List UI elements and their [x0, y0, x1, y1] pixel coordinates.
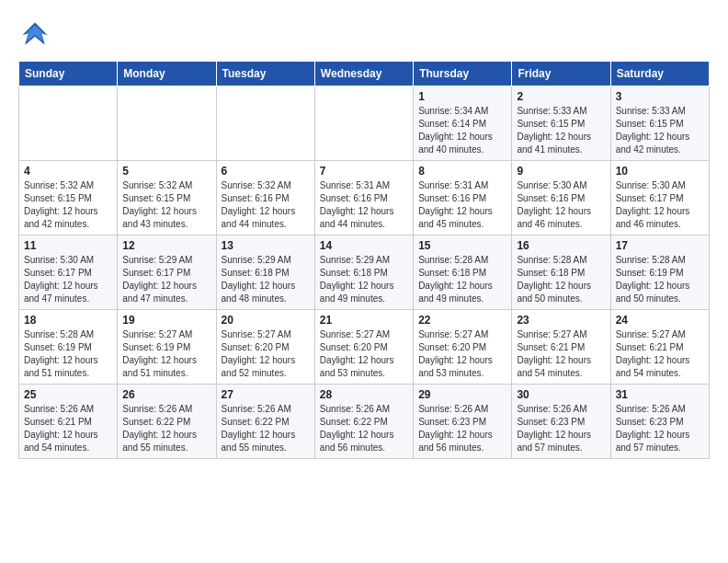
- day-info: Sunrise: 5:27 AMSunset: 6:21 PMDaylight:…: [616, 328, 704, 380]
- day-cell: 25Sunrise: 5:26 AMSunset: 6:21 PMDayligh…: [19, 385, 118, 459]
- day-info: Sunrise: 5:28 AMSunset: 6:18 PMDaylight:…: [517, 254, 605, 305]
- day-number: 28: [320, 388, 408, 401]
- page-header: [18, 18, 710, 52]
- day-number: 8: [418, 165, 506, 178]
- column-header-sunday: Sunday: [19, 62, 118, 86]
- day-cell: 31Sunrise: 5:26 AMSunset: 6:23 PMDayligh…: [610, 385, 709, 459]
- day-cell: 12Sunrise: 5:29 AMSunset: 6:17 PMDayligh…: [118, 236, 216, 310]
- day-cell: 22Sunrise: 5:27 AMSunset: 6:20 PMDayligh…: [414, 310, 512, 385]
- day-number: 26: [122, 388, 210, 401]
- logo: [18, 18, 57, 52]
- day-info: Sunrise: 5:30 AMSunset: 6:16 PMDaylight:…: [517, 179, 605, 231]
- day-cell: 11Sunrise: 5:30 AMSunset: 6:17 PMDayligh…: [19, 236, 118, 310]
- day-info: Sunrise: 5:26 AMSunset: 6:22 PMDaylight:…: [320, 403, 408, 454]
- logo-icon: [18, 18, 51, 52]
- day-cell: 20Sunrise: 5:27 AMSunset: 6:20 PMDayligh…: [216, 310, 314, 385]
- day-number: 21: [320, 314, 408, 327]
- day-cell: [118, 86, 216, 161]
- day-cell: 14Sunrise: 5:29 AMSunset: 6:18 PMDayligh…: [314, 236, 413, 310]
- day-number: 12: [122, 239, 210, 252]
- day-info: Sunrise: 5:29 AMSunset: 6:18 PMDaylight:…: [320, 254, 408, 305]
- day-info: Sunrise: 5:27 AMSunset: 6:21 PMDaylight:…: [517, 328, 605, 380]
- day-info: Sunrise: 5:33 AMSunset: 6:15 PMDaylight:…: [616, 105, 704, 156]
- calendar-table: SundayMondayTuesdayWednesdayThursdayFrid…: [18, 61, 710, 459]
- day-info: Sunrise: 5:28 AMSunset: 6:19 PMDaylight:…: [616, 254, 704, 305]
- day-info: Sunrise: 5:26 AMSunset: 6:22 PMDaylight:…: [122, 403, 210, 454]
- header-row: SundayMondayTuesdayWednesdayThursdayFrid…: [19, 62, 710, 86]
- day-info: Sunrise: 5:27 AMSunset: 6:19 PMDaylight:…: [122, 328, 210, 380]
- day-info: Sunrise: 5:32 AMSunset: 6:16 PMDaylight:…: [222, 179, 310, 231]
- column-header-friday: Friday: [512, 62, 610, 86]
- day-number: 30: [517, 388, 605, 401]
- day-info: Sunrise: 5:33 AMSunset: 6:15 PMDaylight:…: [517, 105, 605, 156]
- day-number: 23: [517, 314, 605, 327]
- week-row-5: 25Sunrise: 5:26 AMSunset: 6:21 PMDayligh…: [19, 385, 710, 459]
- week-row-1: 1Sunrise: 5:34 AMSunset: 6:14 PMDaylight…: [19, 86, 710, 161]
- day-info: Sunrise: 5:30 AMSunset: 6:17 PMDaylight:…: [24, 254, 112, 305]
- day-info: Sunrise: 5:32 AMSunset: 6:15 PMDaylight:…: [24, 179, 112, 231]
- day-cell: [216, 86, 314, 161]
- column-header-wednesday: Wednesday: [314, 62, 413, 86]
- day-info: Sunrise: 5:27 AMSunset: 6:20 PMDaylight:…: [418, 328, 506, 380]
- day-info: Sunrise: 5:26 AMSunset: 6:23 PMDaylight:…: [418, 403, 506, 454]
- day-cell: 23Sunrise: 5:27 AMSunset: 6:21 PMDayligh…: [512, 310, 610, 385]
- svg-marker-1: [24, 25, 45, 41]
- day-cell: 26Sunrise: 5:26 AMSunset: 6:22 PMDayligh…: [118, 385, 216, 459]
- day-cell: 19Sunrise: 5:27 AMSunset: 6:19 PMDayligh…: [118, 310, 216, 385]
- day-cell: 17Sunrise: 5:28 AMSunset: 6:19 PMDayligh…: [610, 236, 709, 310]
- day-info: Sunrise: 5:26 AMSunset: 6:22 PMDaylight:…: [222, 403, 310, 454]
- day-number: 16: [517, 239, 605, 252]
- day-cell: 2Sunrise: 5:33 AMSunset: 6:15 PMDaylight…: [512, 86, 610, 161]
- day-cell: 6Sunrise: 5:32 AMSunset: 6:16 PMDaylight…: [216, 161, 314, 236]
- day-cell: 15Sunrise: 5:28 AMSunset: 6:18 PMDayligh…: [414, 236, 512, 310]
- day-info: Sunrise: 5:32 AMSunset: 6:15 PMDaylight:…: [122, 179, 210, 231]
- day-number: 22: [418, 314, 506, 327]
- week-row-2: 4Sunrise: 5:32 AMSunset: 6:15 PMDaylight…: [19, 161, 710, 236]
- day-info: Sunrise: 5:26 AMSunset: 6:23 PMDaylight:…: [517, 403, 605, 454]
- day-info: Sunrise: 5:34 AMSunset: 6:14 PMDaylight:…: [418, 105, 506, 156]
- day-number: 24: [616, 314, 704, 327]
- day-number: 31: [616, 388, 704, 401]
- day-number: 19: [122, 314, 210, 327]
- day-info: Sunrise: 5:30 AMSunset: 6:17 PMDaylight:…: [616, 179, 704, 231]
- day-cell: 10Sunrise: 5:30 AMSunset: 6:17 PMDayligh…: [610, 161, 709, 236]
- day-cell: 29Sunrise: 5:26 AMSunset: 6:23 PMDayligh…: [414, 385, 512, 459]
- day-info: Sunrise: 5:28 AMSunset: 6:19 PMDaylight:…: [24, 328, 112, 380]
- day-cell: 8Sunrise: 5:31 AMSunset: 6:16 PMDaylight…: [414, 161, 512, 236]
- day-number: 27: [222, 388, 310, 401]
- day-cell: 28Sunrise: 5:26 AMSunset: 6:22 PMDayligh…: [314, 385, 413, 459]
- column-header-tuesday: Tuesday: [216, 62, 314, 86]
- day-cell: 30Sunrise: 5:26 AMSunset: 6:23 PMDayligh…: [512, 385, 610, 459]
- column-header-saturday: Saturday: [610, 62, 709, 86]
- day-number: 29: [418, 388, 506, 401]
- day-number: 4: [24, 165, 112, 178]
- week-row-3: 11Sunrise: 5:30 AMSunset: 6:17 PMDayligh…: [19, 236, 710, 310]
- day-info: Sunrise: 5:29 AMSunset: 6:17 PMDaylight:…: [122, 254, 210, 305]
- day-number: 13: [222, 239, 310, 252]
- day-cell: 7Sunrise: 5:31 AMSunset: 6:16 PMDaylight…: [314, 161, 413, 236]
- column-header-monday: Monday: [118, 62, 216, 86]
- day-number: 10: [616, 165, 704, 178]
- day-info: Sunrise: 5:28 AMSunset: 6:18 PMDaylight:…: [418, 254, 506, 305]
- day-number: 1: [418, 90, 506, 103]
- day-info: Sunrise: 5:29 AMSunset: 6:18 PMDaylight:…: [222, 254, 310, 305]
- day-info: Sunrise: 5:31 AMSunset: 6:16 PMDaylight:…: [320, 179, 408, 231]
- day-number: 2: [517, 90, 605, 103]
- day-number: 3: [616, 90, 704, 103]
- day-info: Sunrise: 5:26 AMSunset: 6:23 PMDaylight:…: [616, 403, 704, 454]
- day-cell: 27Sunrise: 5:26 AMSunset: 6:22 PMDayligh…: [216, 385, 314, 459]
- day-cell: [19, 86, 118, 161]
- day-cell: 4Sunrise: 5:32 AMSunset: 6:15 PMDaylight…: [19, 161, 118, 236]
- day-cell: 13Sunrise: 5:29 AMSunset: 6:18 PMDayligh…: [216, 236, 314, 310]
- day-info: Sunrise: 5:31 AMSunset: 6:16 PMDaylight:…: [418, 179, 506, 231]
- day-cell: 16Sunrise: 5:28 AMSunset: 6:18 PMDayligh…: [512, 236, 610, 310]
- day-number: 17: [616, 239, 704, 252]
- day-cell: 3Sunrise: 5:33 AMSunset: 6:15 PMDaylight…: [610, 86, 709, 161]
- day-info: Sunrise: 5:27 AMSunset: 6:20 PMDaylight:…: [222, 328, 310, 380]
- day-number: 15: [418, 239, 506, 252]
- day-number: 7: [320, 165, 408, 178]
- day-number: 14: [320, 239, 408, 252]
- day-number: 9: [517, 165, 605, 178]
- day-number: 6: [222, 165, 310, 178]
- day-cell: 21Sunrise: 5:27 AMSunset: 6:20 PMDayligh…: [314, 310, 413, 385]
